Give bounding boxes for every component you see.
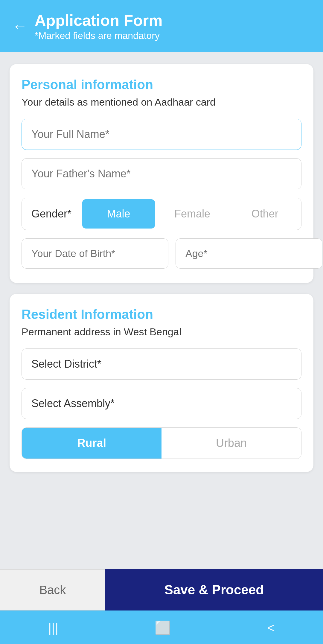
gender-options: Male Female Other <box>81 198 301 230</box>
header: ← Application Form *Marked fields are ma… <box>0 0 323 52</box>
gender-male-option[interactable]: Male <box>82 199 155 229</box>
area-type-selector: Rural Urban <box>22 427 301 459</box>
back-icon[interactable]: ← <box>12 18 28 34</box>
urban-option[interactable]: Urban <box>162 428 301 459</box>
gender-female-option[interactable]: Female <box>156 199 229 229</box>
menu-nav-icon[interactable]: ||| <box>48 620 58 635</box>
gender-label: Gender* <box>22 199 81 229</box>
nav-bar: ||| ⬜ < <box>0 610 323 644</box>
gender-selector: Gender* Male Female Other <box>22 198 301 230</box>
personal-info-subtitle: Your details as mentioned on Aadhaar car… <box>22 96 301 108</box>
personal-info-card: Personal information Your details as men… <box>10 64 313 283</box>
page-title: Application Form <box>35 12 163 29</box>
content-area: Personal information Your details as men… <box>0 52 323 569</box>
home-nav-icon[interactable]: ⬜ <box>155 620 171 636</box>
personal-info-title: Personal information <box>22 77 301 92</box>
back-nav-icon[interactable]: < <box>267 620 275 635</box>
resident-info-card: Resident Information Permanent address i… <box>10 294 313 472</box>
resident-info-title: Resident Information <box>22 307 301 322</box>
back-button[interactable]: Back <box>0 569 105 610</box>
header-text: Application Form *Marked fields are mand… <box>35 12 163 41</box>
header-subtitle: *Marked fields are mandatory <box>35 30 163 41</box>
save-proceed-button[interactable]: Save & Proceed <box>105 569 323 610</box>
dob-age-row <box>22 238 301 269</box>
full-name-input[interactable] <box>22 119 301 150</box>
rural-option[interactable]: Rural <box>22 428 162 459</box>
father-name-input[interactable] <box>22 158 301 189</box>
district-select[interactable]: Select District* <box>22 348 301 380</box>
age-input[interactable] <box>176 238 322 269</box>
dob-input[interactable] <box>22 238 168 269</box>
assembly-select[interactable]: Select Assembly* <box>22 388 301 419</box>
resident-info-subtitle: Permanent address in West Bengal <box>22 326 301 338</box>
gender-other-option[interactable]: Other <box>228 199 301 229</box>
bottom-buttons: Back Save & Proceed <box>0 569 323 610</box>
